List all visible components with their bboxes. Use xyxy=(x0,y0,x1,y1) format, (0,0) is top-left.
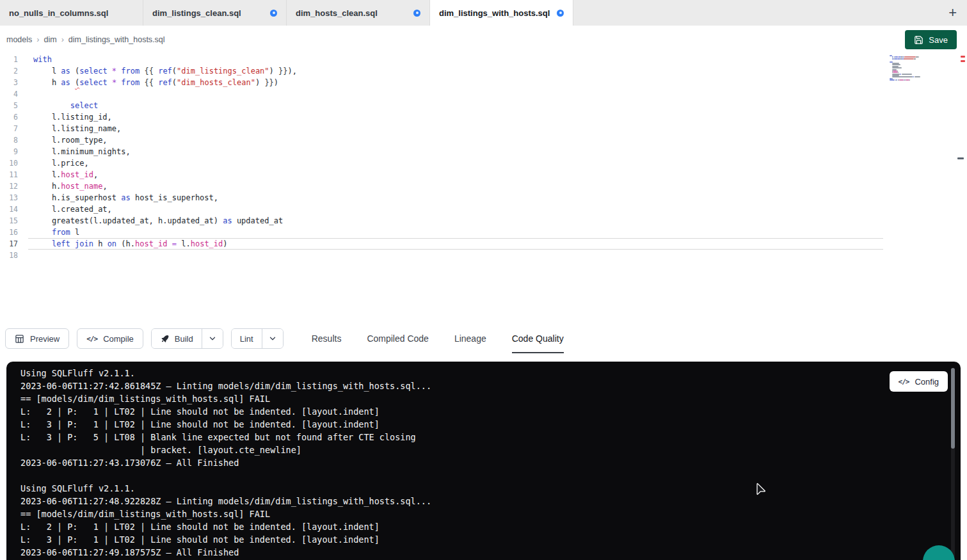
code-line[interactable]: 10 l.price, xyxy=(0,157,967,169)
build-dropdown-button[interactable] xyxy=(202,329,223,348)
line-content[interactable]: h.is_superhost as host_is_superhost, xyxy=(19,192,967,204)
unsaved-changes-dot-icon[interactable] xyxy=(557,10,564,17)
terminal-line: == [models/dim/dim_listings_with_hosts.s… xyxy=(20,392,961,405)
breadcrumb-separator-icon: › xyxy=(36,35,39,44)
terminal-scrollbar-track[interactable] xyxy=(951,368,955,557)
editor-tab[interactable]: dim_hosts_clean.sql xyxy=(287,0,430,26)
line-content[interactable]: h as (select * from {{ ref("dim_hosts_cl… xyxy=(19,77,967,88)
code-line[interactable]: 16 from l xyxy=(0,227,967,238)
config-button[interactable]: </> Config xyxy=(890,371,948,392)
code-line[interactable]: 3 h as (select * from {{ ref("dim_hosts_… xyxy=(0,77,967,88)
line-number: 7 xyxy=(0,123,19,134)
panel-tab-lineage[interactable]: Lineage xyxy=(454,324,486,353)
editor-tab[interactable]: dim_listings_clean.sql xyxy=(143,0,287,26)
unsaved-changes-dot-icon[interactable] xyxy=(270,10,277,17)
terminal-scrollbar-thumb[interactable] xyxy=(951,368,955,449)
terminal-line: 2023-06-06T11:27:43.173076Z — All Finish… xyxy=(20,456,961,469)
code-line[interactable]: 13 h.is_superhost as host_is_superhost, xyxy=(0,192,967,204)
panel-tab-code-quality[interactable]: Code Quality xyxy=(512,324,564,353)
line-content[interactable]: l.minimum_nights, xyxy=(19,146,967,157)
build-button[interactable]: Build xyxy=(152,329,202,348)
chevron-down-icon xyxy=(268,334,277,343)
compile-button[interactable]: </> Compile xyxy=(77,328,143,349)
terminal-line: L: 3 | P: 5 | LT08 | Blank line expected… xyxy=(20,431,961,444)
editor-tab[interactable]: no_nulls_in_columns.sql xyxy=(0,0,143,26)
rocket-icon xyxy=(160,334,169,343)
editor-scroll-indicator[interactable] xyxy=(957,157,964,159)
line-content[interactable]: l.listing_id, xyxy=(19,111,967,123)
code-line[interactable]: 11 l.host_id, xyxy=(0,169,967,180)
line-content[interactable]: from l xyxy=(19,227,967,238)
panel-tabs: ResultsCompiled CodeLineageCode Quality xyxy=(312,324,564,353)
lint-button[interactable]: Lint xyxy=(232,329,262,348)
line-content[interactable]: l.price, xyxy=(19,157,967,169)
line-number: 12 xyxy=(0,180,19,192)
code-line[interactable]: 17 left join h on (h.host_id = l.host_id… xyxy=(0,238,967,250)
unsaved-changes-dot-icon[interactable] xyxy=(413,10,420,17)
code-editor[interactable]: 1with2 l as (select * from {{ ref("dim_l… xyxy=(0,54,967,324)
terminal-panel: Using SQLFluff v2.1.1.2023-06-06T11:27:4… xyxy=(6,362,961,560)
line-number: 4 xyxy=(0,88,19,100)
dbt-ide-app: { "tabbar": { "new_tab_label": "+", "tab… xyxy=(0,0,967,560)
editor-tab[interactable]: dim_listings_with_hosts.sql xyxy=(430,0,573,26)
breadcrumb-item[interactable]: dim_listings_with_hosts.sql xyxy=(68,35,165,44)
new-tab-button[interactable]: + xyxy=(948,6,957,20)
code-line[interactable]: 12 h.host_name, xyxy=(0,180,967,192)
code-line[interactable]: 15 greatest(l.updated_at, h.updated_at) … xyxy=(0,215,967,227)
line-content[interactable] xyxy=(19,250,967,261)
line-content[interactable]: l as (select * from {{ ref("dim_listings… xyxy=(19,65,967,77)
lint-dropdown-button[interactable] xyxy=(262,329,283,348)
terminal-line: 2023-06-06T11:27:48.922828Z — Linting mo… xyxy=(20,495,961,508)
terminal-line xyxy=(20,469,961,482)
code-line[interactable]: 2 l as (select * from {{ ref("dim_listin… xyxy=(0,65,967,77)
line-content[interactable]: with xyxy=(19,54,967,65)
line-number: 18 xyxy=(0,250,19,261)
line-number: 16 xyxy=(0,227,19,238)
code-lines: 1with2 l as (select * from {{ ref("dim_l… xyxy=(0,54,967,261)
line-number: 8 xyxy=(0,134,19,146)
line-content[interactable]: l.room_type, xyxy=(19,134,967,146)
tabs-container: no_nulls_in_columns.sqldim_listings_clea… xyxy=(0,0,573,26)
config-label: Config xyxy=(915,377,939,387)
line-content[interactable]: l.listing_name, xyxy=(19,123,967,134)
line-number: 2 xyxy=(0,65,19,77)
terminal-line: L: 3 | P: 1 | LT02 | Line should not be … xyxy=(20,418,961,431)
code-line[interactable]: 7 l.listing_name, xyxy=(0,123,967,134)
line-content[interactable]: select xyxy=(19,100,967,111)
line-content[interactable]: l.host_id, xyxy=(19,169,967,180)
editor-tab-bar: no_nulls_in_columns.sqldim_listings_clea… xyxy=(0,0,967,26)
line-number: 15 xyxy=(0,215,19,227)
code-line[interactable]: 6 l.listing_id, xyxy=(0,111,967,123)
code-line[interactable]: 8 l.room_type, xyxy=(0,134,967,146)
breadcrumb-item[interactable]: models xyxy=(6,35,32,44)
save-label: Save xyxy=(929,35,948,45)
code-line[interactable]: 4 xyxy=(0,88,967,100)
terminal-line: 2023-06-06T11:27:49.187575Z — All Finish… xyxy=(20,546,961,559)
line-content[interactable]: l.created_at, xyxy=(19,204,967,215)
line-content[interactable] xyxy=(19,88,967,100)
terminal-line: Using SQLFluff v2.1.1. xyxy=(20,367,961,380)
terminal-line: L: 2 | P: 1 | LT02 | Line should not be … xyxy=(20,405,961,418)
code-line[interactable]: 18 xyxy=(0,250,967,261)
save-button[interactable]: Save xyxy=(905,30,957,49)
line-content[interactable]: h.host_name, xyxy=(19,180,967,192)
breadcrumb-item[interactable]: dim xyxy=(44,35,56,44)
panel-tab-compiled-code[interactable]: Compiled Code xyxy=(367,324,429,353)
panel-tab-results[interactable]: Results xyxy=(312,324,342,353)
code-line[interactable]: 5 select xyxy=(0,100,967,111)
line-number: 3 xyxy=(0,77,19,88)
minimap[interactable] xyxy=(890,55,939,83)
lint-error-marker xyxy=(961,60,965,62)
compile-label: Compile xyxy=(103,334,134,344)
code-line[interactable]: 14 l.created_at, xyxy=(0,204,967,215)
code-icon: </> xyxy=(86,335,97,343)
tab-label: dim_listings_with_hosts.sql xyxy=(439,8,550,18)
preview-icon xyxy=(15,334,24,344)
action-toolbar: Preview </> Compile Build Lint Resu xyxy=(0,324,967,353)
preview-button[interactable]: Preview xyxy=(5,328,69,349)
code-line[interactable]: 9 l.minimum_nights, xyxy=(0,146,967,157)
tab-label: no_nulls_in_columns.sql xyxy=(9,8,108,18)
line-content[interactable]: greatest(l.updated_at, h.updated_at) as … xyxy=(19,215,967,227)
line-content[interactable]: left join h on (h.host_id = l.host_id) xyxy=(19,238,967,250)
code-line[interactable]: 1with xyxy=(0,54,967,65)
